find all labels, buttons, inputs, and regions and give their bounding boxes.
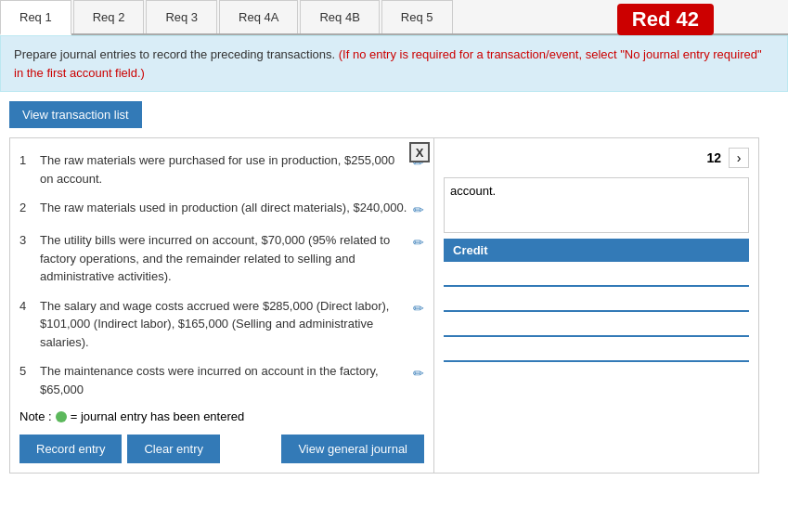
credit-input-2[interactable] [444, 291, 749, 312]
transaction-list-panel: X 1 The raw materials were purchased for… [9, 137, 434, 474]
transaction-text-4: The salary and wage costs accrued were $… [40, 297, 407, 352]
bottom-buttons: Record entry Clear entry View general jo… [19, 435, 424, 463]
transaction-item-3: 3 The utility bills were incurred on acc… [19, 231, 424, 286]
tabs-bar: Req 1 Req 2 Req 3 Req 4A Req 4B Req 5 Re… [0, 0, 788, 35]
tab-req3[interactable]: Req 3 [146, 0, 217, 33]
green-dot-icon [56, 411, 67, 422]
note-row: Note : = journal entry has been entered [19, 409, 424, 423]
transaction-text-1: The raw materials were purchased for use… [40, 151, 407, 188]
credit-header: Credit [444, 239, 749, 262]
credit-input-1[interactable] [444, 266, 749, 287]
info-banner: Prepare journal entries to record the pr… [0, 35, 788, 92]
transaction-num-3: 3 [19, 231, 36, 250]
edit-icon-4[interactable]: ✏ [413, 299, 424, 318]
transaction-text-3: The utility bills were incurred on accou… [40, 231, 407, 286]
transaction-num-5: 5 [19, 362, 36, 381]
view-general-journal-button[interactable]: View general journal [281, 435, 424, 463]
transaction-text-2: The raw materials used in production (al… [40, 199, 407, 217]
account-field[interactable]: account. [444, 177, 749, 233]
tab-req4b[interactable]: Req 4B [300, 0, 379, 33]
credit-input-row-4 [444, 341, 749, 362]
journal-entry-panel: 12 › account. Credit [434, 137, 759, 474]
nav-row: 12 › [444, 148, 749, 168]
tab-req2[interactable]: Req 2 [73, 0, 145, 33]
transaction-item-2: 2 The raw materials used in production (… [19, 199, 424, 220]
transaction-num-1: 1 [19, 151, 36, 170]
transaction-num-4: 4 [19, 297, 36, 316]
credit-input-row-3 [444, 316, 749, 337]
red-badge: Red 42 [617, 4, 714, 35]
nav-number: 12 [706, 150, 721, 165]
transaction-item-5: 5 The maintenance costs were incurred on… [19, 362, 424, 398]
tab-req4a[interactable]: Req 4A [219, 0, 298, 33]
info-banner-text: Prepare journal entries to record the pr… [14, 47, 335, 61]
credit-input-row-1 [444, 266, 749, 287]
credit-input-4[interactable] [444, 341, 749, 362]
close-button[interactable]: X [409, 142, 430, 162]
edit-icon-3[interactable]: ✏ [413, 233, 424, 253]
transaction-item-1: 1 The raw materials were purchased for u… [19, 151, 424, 188]
account-placeholder-text: account. [450, 184, 496, 198]
nav-next-button[interactable]: › [729, 148, 749, 168]
transaction-num-2: 2 [19, 199, 36, 217]
edit-icon-2[interactable]: ✏ [413, 201, 424, 220]
transaction-item-4: 4 The salary and wage costs accrued were… [19, 297, 424, 352]
credit-input-row-2 [444, 291, 749, 312]
view-transaction-button[interactable]: View transaction list [9, 101, 142, 128]
record-entry-button[interactable]: Record entry [19, 435, 122, 463]
tab-req5[interactable]: Req 5 [381, 0, 453, 33]
clear-entry-button[interactable]: Clear entry [127, 435, 220, 463]
note-text: = journal entry has been entered [71, 409, 245, 423]
credit-input-3[interactable] [444, 316, 749, 337]
transaction-text-5: The maintenance costs were incurred on a… [40, 362, 407, 398]
edit-icon-5[interactable]: ✏ [413, 364, 424, 383]
note-prefix: Note : [19, 409, 52, 423]
tab-req1[interactable]: Req 1 [0, 0, 71, 35]
